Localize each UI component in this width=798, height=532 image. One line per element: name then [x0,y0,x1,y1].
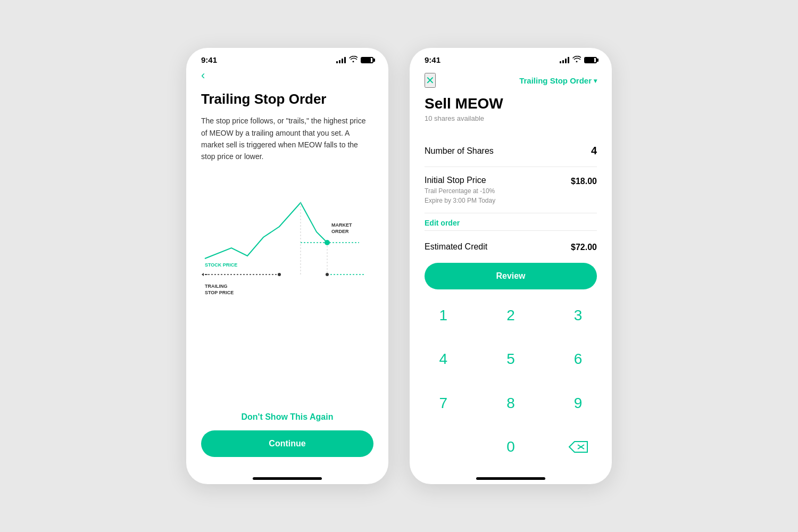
sell-title: Sell MEOW [425,95,597,112]
continue-button[interactable]: Continue [201,430,373,457]
stop-price-label: Initial Stop Price [425,176,495,185]
backspace-button[interactable] [544,425,612,469]
chart-svg: STOCK PRICE MARKET ORDER TRAILING STOP P… [199,173,376,312]
order-type-button[interactable]: Trailing Stop Order ▾ [519,76,597,85]
info-title: Trailing Stop Order [201,91,373,107]
shares-label: Number of Shares [425,146,494,156]
backspace-icon [568,439,588,454]
stop-price-value: $18.00 [571,177,597,186]
numpad-7[interactable]: 7 [410,381,477,425]
phone-info-screen: 9:41 [186,48,388,484]
info-description: The stop price follows, or "trails," the… [201,115,373,163]
info-content: ‹ Trailing Stop Order The stop price fol… [186,69,388,404]
close-button[interactable]: ✕ [425,73,436,88]
numpad-6[interactable]: 6 [544,337,612,381]
order-header: ✕ Trailing Stop Order ▾ [410,69,612,95]
stop-price-left: Initial Stop Price Trail Percentage at -… [425,176,495,204]
svg-text:ORDER: ORDER [331,229,349,234]
status-time-2: 9:41 [425,55,440,64]
expire-by: Expire by 3:00 PM Today [425,197,495,204]
estimated-credit-row: Estimated Credit $72.00 [425,231,597,263]
numpad: 1 2 3 4 5 6 7 8 9 0 [410,289,612,473]
estimated-credit-label: Estimated Credit [425,242,487,252]
status-bar-1: 9:41 [186,48,388,69]
numpad-1[interactable]: 1 [410,294,477,337]
wifi-icon-2 [572,56,581,64]
svg-text:TRAILING: TRAILING [205,284,228,289]
battery-icon-1 [361,57,373,63]
svg-point-7 [278,273,281,276]
status-icons-1 [336,56,373,64]
order-type-label: Trailing Stop Order [519,76,592,85]
order-info-section: Sell MEOW 10 shares available Number of … [410,95,612,263]
svg-point-9 [326,273,329,276]
chart-area: STOCK PRICE MARKET ORDER TRAILING STOP P… [199,173,376,404]
shares-available: 10 shares available [425,114,597,122]
svg-text:STOP PRICE: STOP PRICE [205,290,234,295]
chevron-down-icon: ▾ [594,77,597,85]
svg-point-8 [325,240,330,245]
signal-icon-1 [336,57,346,63]
review-button[interactable]: Review [425,263,597,289]
numpad-4[interactable]: 4 [410,337,477,381]
signal-icon-2 [560,57,569,63]
numpad-2[interactable]: 2 [477,294,545,337]
back-button[interactable]: ‹ [201,69,205,82]
trail-percentage: Trail Percentage at -10% [425,187,495,195]
svg-text:MARKET: MARKET [331,222,352,228]
numpad-3[interactable]: 3 [544,294,612,337]
shares-value: 4 [591,145,597,157]
phone1-bottom: Don't Show This Again Continue [186,404,388,473]
status-time-1: 9:41 [201,55,217,64]
shares-row: Number of Shares 4 [425,135,597,167]
dont-show-button[interactable]: Don't Show This Again [242,412,334,422]
battery-icon-2 [584,57,597,63]
stop-price-row: Initial Stop Price Trail Percentage at -… [425,167,597,213]
status-bar-2: 9:41 [410,48,612,69]
edit-order-button[interactable]: Edit order [425,213,460,230]
wifi-icon-1 [349,56,358,64]
phone-order-screen: 9:41 [410,48,612,484]
home-indicator-2 [476,477,545,480]
estimated-credit-value: $72.00 [571,243,597,252]
numpad-5[interactable]: 5 [477,337,545,381]
svg-text:STOCK PRICE: STOCK PRICE [205,262,237,268]
numpad-0[interactable]: 0 [477,425,545,469]
status-icons-2 [560,56,597,64]
numpad-8[interactable]: 8 [477,381,545,425]
home-indicator-1 [253,477,322,480]
svg-marker-6 [202,273,204,276]
numpad-9[interactable]: 9 [544,381,612,425]
